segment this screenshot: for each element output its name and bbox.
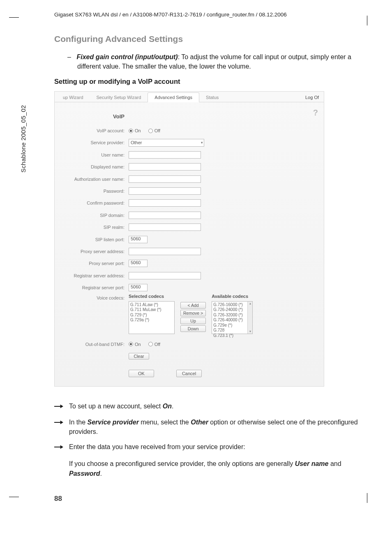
voip-account-radios: On Off [129, 124, 316, 136]
available-codecs-listbox[interactable]: G.726-16000 (*) G.726-24000 (*) G.726-32… [212, 301, 253, 334]
available-codecs-heading: Available codecs [212, 294, 253, 299]
registrar-address-input[interactable] [129, 272, 201, 279]
instruction-subtext: If you choose a preconfigured service pr… [69, 459, 363, 478]
page-title: Configuring Advanced Settings [54, 34, 363, 44]
sip-listen-port-input[interactable]: 5060 [129, 236, 148, 243]
instruction-item: To set up a new account, select On. [54, 401, 363, 412]
subheading-voip-account: Setting up or modifying a VoIP account [54, 78, 363, 85]
auth-user-input[interactable] [129, 175, 201, 183]
arrow-icon [54, 417, 64, 436]
label-password: Password: [62, 185, 125, 197]
radio-voip-on[interactable]: On [129, 128, 141, 133]
radio-dtmf-on[interactable]: On [129, 342, 141, 347]
paragraph-fixed-gain: – Fixed gain control (input/output): To … [54, 52, 363, 71]
list-item[interactable]: G.726-16000 (*) [213, 302, 251, 308]
radio-dtmf-off[interactable]: Off [148, 342, 160, 347]
list-item[interactable]: G.728 [213, 328, 251, 333]
chevron-down-icon: ▾ [201, 141, 203, 145]
tab-bar: up Wizard Security Setup Wizard Advanced… [55, 92, 324, 102]
label-oob-dtmf: Out-of-band DTMF: [62, 338, 125, 350]
list-item[interactable]: G.729e (*) [213, 323, 251, 328]
remove-codec-button[interactable]: Remove > [180, 310, 206, 316]
radio-voip-off[interactable]: Off [148, 128, 160, 133]
label-registrar-address: Registrar server address: [62, 270, 125, 281]
list-item[interactable]: G.723.1 (*) [213, 333, 251, 339]
help-icon[interactable]: ? [313, 108, 318, 118]
selected-codecs-heading: Selected codecs [129, 294, 175, 299]
list-item[interactable]: G.726-32000 (*) [213, 313, 251, 318]
selected-codecs-listbox[interactable]: G.711 ALaw (*) G.711 MuLaw (*) G.729 (*)… [129, 301, 175, 334]
tab-advanced-settings[interactable]: Advanced Settings [148, 92, 199, 102]
label-voip-account: VoIP account: [62, 124, 125, 136]
label-sip-domain: SIP domain: [62, 209, 125, 221]
arrow-icon [54, 442, 64, 452]
label-voice-codecs: Voice codecs: [62, 294, 125, 302]
label-service-provider: Service provider: [62, 137, 125, 149]
confirm-password-input[interactable] [129, 199, 201, 207]
tab-security-wizard[interactable]: Security Setup Wizard [90, 93, 148, 102]
oob-dtmf-radios: On Off [129, 338, 316, 350]
template-side-label: Schablone 2005_05_02 [20, 105, 27, 173]
label-displayed-name: Displayed name: [62, 161, 125, 173]
header-meta-line: Gigaset SX763 WLAN dsl / en / A31008-M70… [54, 10, 363, 20]
move-up-button[interactable]: Up [180, 318, 206, 324]
sip-domain-input[interactable] [129, 212, 201, 219]
instruction-item: Enter the data you have received from yo… [54, 442, 363, 452]
sip-realm-input[interactable] [129, 224, 201, 231]
crop-mark [9, 497, 19, 497]
list-item[interactable]: G.711 ALaw (*) [130, 302, 173, 308]
list-item[interactable]: G.726-24000 (*) [213, 307, 251, 313]
tab-setup-wizard[interactable]: up Wizard [56, 93, 90, 102]
crop-mark [367, 16, 367, 25]
service-provider-select[interactable]: Other ▾ [129, 139, 204, 147]
add-codec-button[interactable]: < Add [180, 302, 206, 309]
crop-mark [367, 493, 367, 503]
password-input[interactable] [129, 187, 201, 195]
list-item[interactable]: G.729a (*) [130, 318, 173, 323]
registrar-port-input[interactable]: 5060 [129, 284, 148, 291]
instruction-item: In the Service provider menu, select the… [54, 417, 363, 436]
section-heading-voip: VoIP [62, 108, 125, 124]
displayed-name-input[interactable] [129, 163, 201, 171]
label-user-name: User name: [62, 149, 125, 161]
list-item[interactable]: G.726-40000 (*) [213, 318, 251, 323]
logoff-link[interactable]: Log Of [300, 93, 324, 102]
proxy-port-input[interactable]: 5060 [129, 260, 148, 267]
label-auth-user: Authorization user name: [62, 173, 125, 185]
clear-button[interactable]: Clear [129, 353, 149, 360]
label-sip-listen-port: SIP listen port: [62, 233, 125, 245]
cancel-button[interactable]: Cancel [176, 370, 202, 377]
page-number: 88 [54, 495, 363, 503]
tab-status[interactable]: Status [199, 93, 225, 102]
scrollbar[interactable]: ▴▾ [247, 302, 252, 334]
proxy-address-input[interactable] [129, 248, 201, 255]
router-ui-screenshot: up Wizard Security Setup Wizard Advanced… [54, 91, 324, 386]
label-registrar-port: Registrar server port: [62, 281, 125, 293]
crop-mark [9, 17, 19, 18]
user-name-input[interactable] [129, 151, 201, 159]
ok-button[interactable]: OK [129, 370, 154, 377]
label-confirm-password: Confirm password: [62, 197, 125, 209]
label-proxy-address: Proxy server address: [62, 245, 125, 257]
list-item[interactable]: G.711 MuLaw (*) [130, 307, 173, 313]
label-sip-realm: SIP realm: [62, 221, 125, 233]
move-down-button[interactable]: Down [180, 325, 206, 332]
label-proxy-port: Proxy server port: [62, 258, 125, 270]
list-item[interactable]: G.729 (*) [130, 313, 173, 318]
arrow-icon [54, 401, 64, 412]
